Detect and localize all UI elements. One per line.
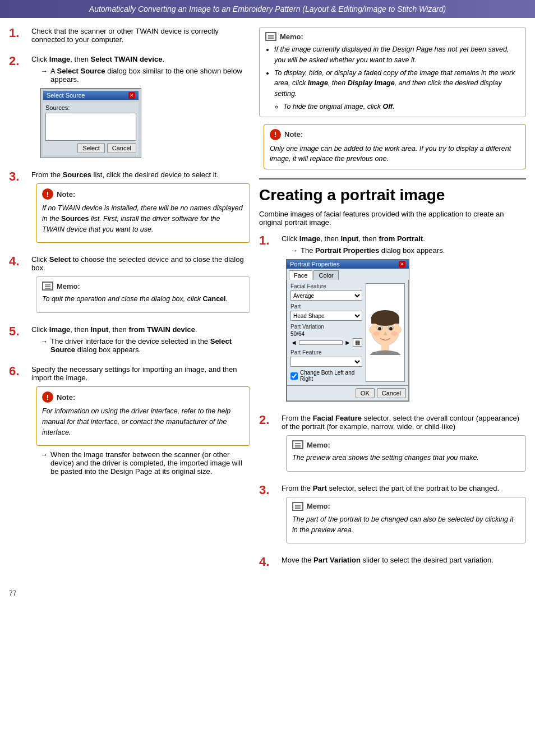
portrait-step-1-arrow-text: The Portrait Properties dialog box appea…: [301, 246, 445, 255]
right-memo-1-label: Memo:: [280, 33, 303, 41]
step-2-arrow-text: A Select Source dialog box similar to th…: [50, 67, 250, 84]
warning-icon-3: !: [270, 129, 281, 140]
step-5-content: Click Image, then Input, then from TWAIN…: [31, 325, 250, 357]
portrait-dialog-titlebar: Portrait Properties ✕: [287, 260, 409, 269]
step-5-text: Click Image, then Input, then from TWAIN…: [31, 325, 250, 334]
part-variation-row: Part Variation 50/64 ◄ ► ▦: [290, 324, 362, 347]
portrait-step-2-memo: Memo: The preview area shows the setting…: [286, 435, 526, 472]
portrait-dialog-close[interactable]: ✕: [399, 261, 405, 268]
slider-edit-btn[interactable]: ▦: [353, 338, 362, 347]
slider-right-btn[interactable]: ►: [344, 339, 351, 347]
facial-feature-select[interactable]: Average: [290, 291, 362, 301]
step-2-text: Click Image, then Select TWAIN device.: [31, 55, 250, 63]
both-sides-checkbox[interactable]: [290, 372, 298, 380]
step-4-text: Click Select to choose the selected devi…: [31, 255, 250, 272]
portrait-step-4-text: Move the Part Variation slider to select…: [282, 556, 526, 564]
step-4-number: 4.: [9, 255, 27, 268]
part-select[interactable]: Head Shape: [290, 311, 362, 321]
right-note-1-header: ! Note:: [270, 129, 520, 140]
note-label: Note:: [57, 190, 75, 199]
facial-feature-label: Facial Feature: [290, 283, 362, 289]
portrait-preview: [366, 283, 405, 382]
right-memo-1: Memo: If the image currently displayed i…: [259, 27, 526, 117]
portrait-memo-2-label: Memo:: [307, 441, 330, 449]
portrait-step-1-content: Click Image, then Input, then from Portr…: [282, 234, 526, 406]
portrait-cancel-btn[interactable]: Cancel: [377, 388, 406, 398]
step-1-content: Check that the scanner or other TWAIN de…: [31, 27, 250, 47]
step-2-number: 2.: [9, 55, 27, 67]
step-2: 2. Click Image, then Select TWAIN device…: [9, 55, 250, 163]
portrait-dialog-title: Portrait Properties: [290, 261, 340, 268]
arrow-icon-4: →: [290, 246, 298, 255]
select-btn[interactable]: Select: [77, 143, 105, 153]
step-6-arrow-text: When the image transfer between the scan…: [50, 450, 250, 476]
step-4-content: Click Select to choose the selected devi…: [31, 255, 250, 317]
svg-rect-2: [371, 317, 399, 324]
color-tab[interactable]: Color: [313, 270, 338, 280]
right-note-1: ! Note: Only one image can be added to t…: [264, 124, 526, 170]
both-sides-row: Change Both Left and Right: [290, 370, 362, 382]
portrait-step-3-text: From the Part selector, select the part …: [282, 484, 526, 492]
step-3-note: ! Note: If no TWAIN device is installed,…: [36, 183, 250, 243]
svg-point-7: [373, 331, 380, 336]
step-1-text: Check that the scanner or other TWAIN de…: [31, 27, 250, 44]
face-tab[interactable]: Face: [289, 270, 312, 280]
cancel-btn[interactable]: Cancel: [107, 143, 136, 153]
portrait-step-1-text: Click Image, then Input, then from Portr…: [282, 234, 526, 243]
right-note-1-text: Only one image can be added to the work …: [270, 144, 520, 165]
step-6-note-label: Note:: [57, 393, 75, 402]
arrow-icon-3: →: [40, 450, 48, 459]
portrait-step-2: 2. From the Facial Feature selector, sel…: [259, 414, 526, 476]
right-memo-1-list: If the image currently displayed in the …: [265, 44, 520, 112]
portrait-properties-dialog: Portrait Properties ✕ Face Color Fac: [286, 259, 409, 402]
step-2-content: Click Image, then Select TWAIN device. →…: [31, 55, 250, 163]
portrait-memo-2-header: Memo:: [292, 440, 520, 449]
portrait-step-1-arrow: → The Portrait Properties dialog box app…: [290, 246, 526, 255]
dialog-listbox[interactable]: [45, 113, 136, 141]
dialog-buttons: Select Cancel: [45, 143, 136, 153]
header-title: Automatically Converting an Image to an …: [89, 4, 446, 13]
memo-label: Memo:: [57, 282, 80, 291]
svg-point-8: [391, 331, 398, 336]
step-1-number: 1.: [9, 27, 27, 39]
part-variation-slider[interactable]: [299, 340, 343, 345]
facial-feature-row: Facial Feature Average: [290, 283, 362, 301]
step-6-note-text: For information on using the driver inte…: [42, 406, 244, 437]
memo-bullet-1: If the image currently displayed in the …: [274, 44, 520, 66]
step-6-text: Specify the necessary settings for impor…: [31, 365, 250, 382]
note-header: ! Note:: [42, 188, 244, 200]
both-sides-label: Change Both Left and Right: [300, 370, 362, 382]
portrait-dialog-tabs: Face Color: [287, 269, 409, 280]
portrait-step-4: 4. Move the Part Variation slider to sel…: [259, 556, 526, 568]
step-6-content: Specify the necessary settings for impor…: [31, 365, 250, 479]
part-variation-label: Part Variation: [290, 324, 362, 330]
step-6-number: 6.: [9, 365, 27, 377]
memo-icon: [42, 282, 53, 291]
portrait-intro: Combine images of facial features provid…: [259, 210, 526, 227]
page-header: Automatically Converting an Image to an …: [0, 0, 535, 18]
portrait-memo-2-text: The preview area shows the setting chang…: [292, 453, 520, 463]
portrait-step-4-number: 4.: [259, 556, 277, 568]
svg-point-9: [369, 326, 373, 333]
step-3: 3. From the Sources list, click the desi…: [9, 170, 250, 247]
part-feature-select[interactable]: [290, 357, 362, 367]
portrait-step-2-text: From the Facial Feature selector, select…: [282, 414, 526, 431]
portrait-step-3-memo: Memo: The part of the portrait to be cha…: [286, 497, 526, 544]
memo-header: Memo:: [42, 282, 244, 291]
step-5-number: 5.: [9, 325, 27, 338]
arrow-icon-2: →: [40, 337, 48, 345]
svg-point-5: [378, 327, 381, 330]
portrait-ok-btn[interactable]: OK: [356, 388, 375, 398]
slider-left-btn[interactable]: ◄: [290, 339, 297, 347]
step-5-arrow: → The driver interface for the device se…: [40, 337, 250, 354]
dialog-title: Select Source: [47, 92, 85, 99]
portrait-step-1-number: 1.: [259, 234, 277, 247]
step-5-arrow-text: The driver interface for the device sele…: [50, 337, 250, 354]
memo-icon-4: [292, 502, 303, 511]
svg-point-10: [397, 326, 402, 333]
step-6: 6. Specify the necessary settings for im…: [9, 365, 250, 479]
portrait-face-svg: [367, 310, 404, 355]
dialog-close-btn[interactable]: ✕: [128, 92, 135, 99]
part-label: Part: [290, 303, 362, 310]
portrait-step-1: 1. Click Image, then Input, then from Po…: [259, 234, 526, 406]
